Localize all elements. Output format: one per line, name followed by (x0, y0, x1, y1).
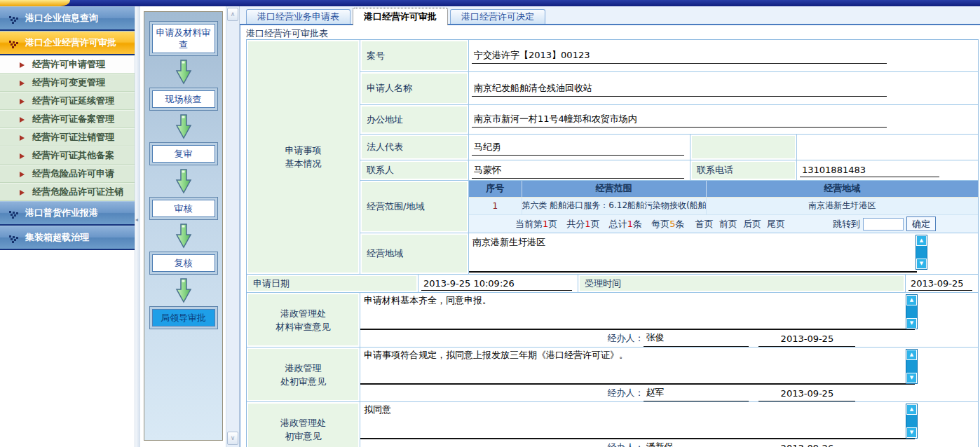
menu-section-bullet-icon (9, 41, 19, 49)
collapse-sidebar-icon[interactable]: ◂ (135, 216, 138, 224)
sidebar-subitem-license-record-mgmt[interactable]: 经营许可证备案管理 (0, 110, 135, 128)
workflow-step-recheck[interactable]: 复核 (149, 252, 218, 275)
field-label-case-no: 案号 (360, 40, 469, 71)
scroll-up-button[interactable]: ▲ (906, 350, 917, 360)
submenu-arrow-icon (20, 153, 27, 159)
form-title: 港口经营许可审批表 (240, 25, 980, 39)
field-label-scope-region: 经营范围/地域 (360, 181, 469, 233)
field-label-region: 经营地域 (360, 233, 469, 274)
field-label-office-address: 办公地址 (360, 105, 469, 134)
table-row[interactable]: 1 第六类 船舶港口服务：6.12船舶污染物接收(船舶) 南京港新生圩港区 (469, 197, 978, 214)
workflow-step-bureau-leader-approval[interactable]: 局领导审批 (149, 306, 218, 329)
tab-bar: 港口经营业务申请表 港口经营许可审批 港口经营许可决定 (240, 6, 980, 25)
opinion-text-material-review: 申请材料基本齐全，同意申报。 (360, 293, 915, 330)
handler-name: 潘新保 (644, 441, 749, 447)
tab-business-application-form[interactable]: 港口经营业务申请表 (246, 9, 351, 24)
field-value-applicant: 南京纪发船舶清仓残油回收站 (472, 81, 887, 97)
field-label-accept-time: 受理时间 (578, 275, 906, 292)
menu-section-bullet-icon (9, 211, 19, 219)
scope-table: 序号 经营范围 经营地域 1 第六类 船舶港口服务：6.12船舶污染物接收(船舶… (469, 181, 978, 214)
submenu-arrow-icon (20, 117, 27, 123)
field-label-apply-date: 申请日期 (247, 275, 418, 292)
scroll-down-button[interactable]: ▼ (906, 427, 917, 438)
scroll-down-button[interactable]: ▼ (916, 259, 927, 269)
opinion-label-first-review: 港政管理 处初审意见 (247, 348, 360, 401)
opinion-date: 2013-09-26 (758, 443, 855, 447)
textarea-scrollbar[interactable]: ▲ ▼ (906, 294, 918, 329)
pagination-prev-page[interactable]: 前页 (719, 219, 737, 229)
field-label-applicant: 申请人名称 (360, 72, 469, 104)
pagination-first-page[interactable]: 首页 (695, 219, 714, 229)
scroll-up-button[interactable]: ▲ (906, 404, 917, 415)
sidebar-splitter[interactable]: ◂ (135, 6, 140, 447)
field-value-region: 南京港新生圩港区 (469, 235, 917, 273)
sidebar-subitem-license-renewal-mgmt[interactable]: 经营许可证延续管理 (0, 92, 135, 110)
menu-section-bullet-icon (9, 16, 19, 25)
scroll-down-button[interactable]: ▼ (906, 373, 917, 383)
workflow-step-audit[interactable]: 审核 (149, 197, 218, 220)
sidebar-subitem-license-change-mgmt[interactable]: 经营许可变更管理 (0, 74, 135, 92)
main-vertical-scrollbar[interactable]: ∧ ∨ (226, 6, 240, 447)
workflow-step-site-check[interactable]: 现场核查 (149, 88, 218, 111)
workflow-step-material-review[interactable]: 申请及材料审查 (149, 21, 218, 56)
main-panel: 港口经营业务申请表 港口经营许可审批 港口经营许可决定 港口经营许可审批表 申请… (240, 6, 980, 447)
sidebar-subitem-license-other-record[interactable]: 经营许可证其他备案 (0, 146, 135, 165)
field-label-legal-rep: 法人代表 (360, 135, 469, 160)
sidebar-subitem-dangerous-goods-cancel[interactable]: 经营危险品许可证注销 (0, 183, 135, 201)
pagination-bar: 当前第1页 共分1页 总计1条 每页5条 首页 前页 后页 尾页 (469, 214, 978, 233)
handler-name: 张俊 (644, 331, 749, 347)
scroll-up-button[interactable]: ▲ (906, 295, 917, 305)
workflow-arrow-down-icon (175, 169, 192, 194)
workflow-step-re-review[interactable]: 复审 (149, 142, 218, 165)
scope-row-region: 南京港新生圩港区 (706, 197, 978, 214)
field-value-office-address: 南京市新河一村11号4幢郑和农贸市场内 (472, 111, 887, 128)
handler-label: 经办人： (607, 441, 644, 447)
scope-col-no: 序号 (469, 181, 522, 197)
submenu-arrow-icon (20, 99, 27, 104)
banner-gold-swoosh (0, 0, 70, 6)
sidebar-item-container-overload[interactable]: 集装箱超载治理 (0, 226, 135, 250)
scope-col-scope: 经营范围 (522, 181, 706, 197)
submenu-arrow-icon (20, 172, 27, 177)
submenu-arrow-icon (20, 190, 27, 195)
sidebar: 港口企业信息查询 港口企业经营许可审批 经营许可申请管理 经营许可变更管理 经营… (0, 6, 135, 447)
opinion-date: 2013-09-25 (758, 388, 855, 401)
textarea-scrollbar[interactable]: ▲ ▼ (916, 235, 927, 270)
group-label-basic-info: 申请事项 基本情况 (247, 40, 360, 274)
pagination-last-page[interactable]: 尾页 (767, 219, 785, 229)
approval-form: 港口经营许可审批表 申请事项 基本情况 案号 宁交港许字【2013】00123 (240, 25, 980, 447)
scope-col-region: 经营地域 (706, 181, 978, 197)
sidebar-item-general-cargo-report[interactable]: 港口普货作业报港 (0, 201, 135, 226)
pagination-next-page[interactable]: 后页 (743, 219, 761, 229)
scrollbar-down-button[interactable]: ∨ (227, 432, 238, 445)
scrollbar-up-button[interactable]: ∧ (227, 8, 238, 21)
scope-row-scope: 第六类 船舶港口服务：6.12船舶污染物接收(船舶) (522, 197, 706, 214)
tab-license-approval[interactable]: 港口经营许可审批 (353, 8, 448, 25)
confirm-button[interactable]: 确定 (906, 216, 936, 231)
sidebar-item-port-enterprise-license-approval[interactable]: 港口企业经营许可审批 (0, 31, 135, 55)
sidebar-subitem-license-cancel-mgmt[interactable]: 经营许可证注销管理 (0, 128, 135, 146)
scroll-up-button[interactable]: ▲ (916, 235, 927, 246)
field-label-phone: 联系电话 (690, 160, 797, 180)
textarea-scrollbar[interactable]: ▲ ▼ (906, 404, 918, 439)
sidebar-item-label: 港口企业信息查询 (25, 12, 98, 25)
top-banner (0, 0, 980, 6)
submenu-arrow-icon (20, 81, 27, 86)
handler-name: 赵军 (644, 386, 749, 401)
sidebar-subitem-dangerous-goods-apply[interactable]: 经营危险品许可申请 (0, 165, 135, 183)
field-value-apply-date: 2013-9-25 10:09:26 (421, 277, 572, 291)
jump-to-page-input[interactable] (863, 218, 904, 231)
field-value-case-no: 宁交港许字【2013】00123 (472, 48, 887, 64)
opinion-text-second-review: 拟同意 (360, 402, 915, 439)
workflow-arrow-down-icon (175, 278, 192, 303)
scroll-down-button[interactable]: ▼ (906, 318, 917, 329)
textarea-scrollbar[interactable]: ▲ ▼ (906, 349, 918, 384)
submenu-arrow-icon (20, 62, 27, 68)
tab-license-decision[interactable]: 港口经营许可决定 (450, 9, 545, 24)
field-label-contact: 联系人 (360, 160, 469, 180)
sidebar-item-port-enterprise-info-query[interactable]: 港口企业信息查询 (0, 6, 135, 31)
sidebar-subitem-license-apply-mgmt[interactable]: 经营许可申请管理 (0, 55, 135, 74)
opinion-date: 2013-09-25 (758, 333, 855, 347)
handler-label: 经办人： (607, 387, 644, 401)
empty-green-cell (690, 135, 797, 160)
